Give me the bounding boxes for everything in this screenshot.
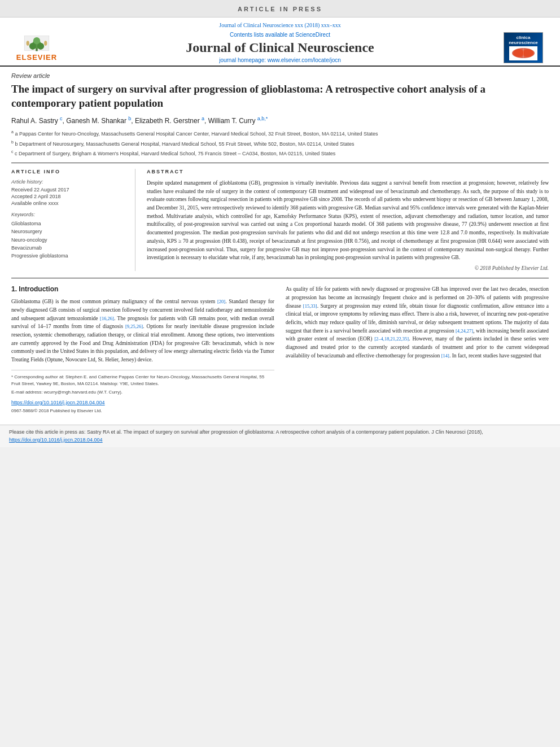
homepage-url[interactable]: www.elsevier.com/locate/jocn	[268, 57, 341, 63]
article-info-heading: ARTICLE INFO	[11, 169, 127, 174]
svg-point-7	[44, 41, 47, 46]
svg-point-10	[522, 49, 533, 57]
contents-line: Contents lists available at ScienceDirec…	[62, 32, 498, 38]
doi-link: https://doi.org/10.1016/j.jocn.2018.04.0…	[11, 399, 274, 407]
intro-right-body-text: As quality of life for patients with new…	[286, 285, 549, 360]
jcn-abbr2: neuroscience	[509, 40, 538, 45]
intro-right-col: As quality of life for patients with new…	[286, 285, 549, 414]
jcn-inner-image	[509, 46, 537, 60]
footnote-text: * Corresponding author at: Stephen E. an…	[11, 374, 274, 396]
jcn-abbr: clinica	[517, 35, 531, 40]
bottom-citation-banner: Please cite this article in press as: Sa…	[0, 425, 560, 447]
accepted-date: Accepted 2 April 2018	[11, 194, 127, 199]
article-body: Review article The impact of surgery on …	[0, 67, 560, 420]
keyword-5: Progressive glioblastoma	[11, 252, 127, 260]
journal-logo-right: clinica neuroscience	[498, 32, 549, 63]
page: ARTICLE IN PRESS Journal of Clinical Neu…	[0, 0, 560, 447]
introduction-section: 1. Introduction Glioblastoma (GB) is the…	[11, 285, 549, 414]
keyword-3: Neuro-oncology	[11, 236, 127, 244]
jcn-logo-box: clinica neuroscience	[504, 32, 543, 63]
aip-text: ARTICLE IN PRESS	[238, 6, 322, 12]
keywords-list: Glioblastoma Neurosurgery Neuro-oncology…	[11, 220, 127, 260]
footnote-area: * Corresponding author at: Stephen E. an…	[11, 370, 274, 396]
elsevier-tree-icon	[20, 33, 54, 53]
keyword-2: Neurosurgery	[11, 228, 127, 235]
elsevier-label: ELSEVIER	[16, 53, 57, 62]
authors-line: Rahul A. Sastry c, Ganesh M. Shankar b, …	[11, 116, 549, 125]
science-direct-link[interactable]: ScienceDirect	[295, 32, 330, 38]
elsevier-logo: ELSEVIER	[11, 32, 62, 63]
article-type: Review article	[11, 72, 549, 79]
abstract-text: Despite updated management of glioblasto…	[147, 179, 549, 262]
intro-body-text: Glioblastoma (GB) is the most common pri…	[11, 298, 274, 364]
aip-banner: ARTICLE IN PRESS	[0, 0, 560, 18]
bottom-citation-text: Please cite this article in press as: Sa…	[9, 429, 551, 444]
homepage-label: journal homepage:	[219, 57, 266, 63]
article-info-col: ARTICLE INFO Article history: Received 2…	[11, 169, 135, 271]
article-info-abstract-section: ARTICLE INFO Article history: Received 2…	[11, 163, 549, 271]
journal-homepage: journal homepage: www.elsevier.com/locat…	[62, 57, 498, 63]
available-online: Available online xxxx	[11, 200, 127, 206]
article-title: The impact of surgery on survival after …	[11, 82, 549, 110]
abstract-heading: ABSTRACT	[147, 169, 549, 174]
abstract-copyright: © 2018 Published by Elsevier Ltd.	[147, 265, 549, 271]
keyword-1: Glioblastoma	[11, 220, 127, 228]
bottom-doi-link[interactable]: https://doi.org/10.1016/j.jocn.2018.04.0…	[9, 437, 103, 443]
journal-header: Journal of Clinical Neuroscience xxx (20…	[0, 18, 560, 67]
issn-line: 0967-5868/© 2018 Published by Elsevier L…	[11, 408, 274, 414]
section-divider	[11, 278, 549, 278]
intro-left-col: 1. Introduction Glioblastoma (GB) is the…	[11, 285, 274, 414]
journal-top-row: ELSEVIER Contents lists available at Sci…	[11, 32, 549, 63]
keyword-4: Bevacizumab	[11, 244, 127, 252]
jcn-brain-icon	[510, 47, 537, 59]
keywords-label: Keywords:	[11, 212, 127, 217]
received-date: Received 22 August 2017	[11, 187, 127, 193]
journal-doi-line: Journal of Clinical Neuroscience xxx (20…	[219, 22, 341, 28]
doi-anchor[interactable]: https://doi.org/10.1016/j.jocn.2018.04.0…	[11, 400, 105, 405]
article-history-label: Article history:	[11, 179, 127, 185]
svg-point-5	[33, 37, 40, 44]
contents-label: Contents lists available at	[230, 32, 294, 38]
abstract-col: ABSTRACT Despite updated management of g…	[147, 169, 549, 271]
doi-link-area: https://doi.org/10.1016/j.jocn.2018.04.0…	[11, 399, 274, 415]
affiliations: a a Pappas Center for Neuro-Oncology, Ma…	[11, 129, 549, 158]
journal-title: Journal of Clinical Neuroscience	[62, 40, 498, 55]
svg-point-6	[27, 41, 29, 46]
journal-center: Contents lists available at ScienceDirec…	[62, 32, 498, 63]
intro-section-title: 1. Introduction	[11, 285, 274, 293]
